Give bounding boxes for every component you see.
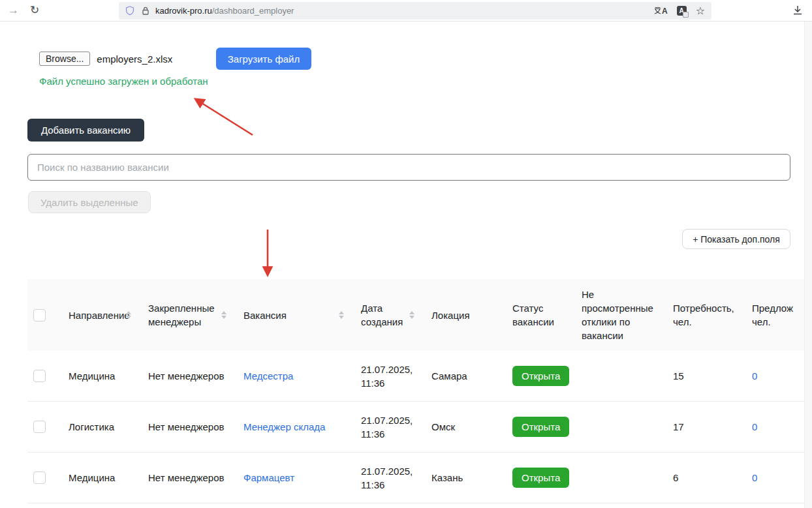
vacancy-search-input[interactable]: [27, 154, 790, 181]
bookmark-star-icon[interactable]: ☆: [696, 6, 705, 16]
row-checkbox[interactable]: [33, 471, 46, 484]
column-header-vacancy[interactable]: Вакансия: [236, 308, 353, 322]
created-time: 11:36: [361, 478, 424, 492]
column-label: Локация: [431, 308, 505, 322]
managers-cell: Нет менеджеров: [140, 369, 236, 383]
direction-cell: Медицина: [61, 369, 140, 383]
offer-link[interactable]: 0: [752, 472, 757, 483]
column-label: Потребность,: [673, 301, 744, 315]
status-badge[interactable]: Открыта: [512, 366, 569, 386]
created-date: 21.07.2025,: [361, 464, 424, 478]
sort-icon[interactable]: [409, 311, 414, 319]
vacancies-table: Направление Закрепленные менеджеры Вакан…: [27, 279, 812, 503]
browse-button[interactable]: Browse...: [39, 52, 90, 66]
column-label: вакансии: [512, 315, 574, 329]
status-badge[interactable]: Открыта: [512, 468, 569, 488]
column-label: просмотренные: [582, 301, 665, 315]
url-path: /dashboard_employer: [212, 6, 294, 16]
column-header-status: Статус вакансии: [505, 301, 574, 329]
show-extra-fields-button[interactable]: + Показать доп.поля: [682, 229, 790, 249]
url-host: kadrovik-pro.ru: [155, 6, 212, 16]
need-cell: 15: [665, 369, 744, 383]
column-label: Статус: [512, 301, 574, 315]
column-header-unviewed-responses: Не просмотренные отклики по вакансии: [574, 288, 665, 342]
page-translate-sub-icon: [683, 12, 689, 18]
need-cell: 6: [665, 471, 744, 485]
created-cell: 21.07.2025, 11:36: [353, 363, 424, 390]
reload-icon[interactable]: ↻: [30, 3, 39, 18]
add-vacancy-button[interactable]: Добавить вакансию: [27, 119, 144, 142]
location-cell: Омск: [424, 420, 505, 434]
direction-cell: Логистика: [61, 420, 140, 434]
upload-success-message: Файл успешно загружен и обработан: [39, 76, 208, 87]
sort-icon[interactable]: [339, 311, 344, 319]
delete-selected-button[interactable]: Удалить выделенные: [28, 191, 151, 213]
column-label: Вакансия: [243, 308, 353, 322]
column-label: Не: [582, 288, 665, 301]
created-cell: 21.07.2025, 11:36: [353, 464, 424, 492]
column-label: чел.: [752, 315, 812, 329]
column-header-location: Локация: [424, 308, 505, 322]
managers-cell: Нет менеджеров: [140, 471, 236, 485]
column-label: отклики по: [582, 315, 665, 329]
file-upload-row: Browse... employers_2.xlsx: [39, 48, 172, 70]
offer-link[interactable]: 0: [752, 421, 757, 432]
created-time: 11:36: [361, 427, 424, 441]
offer-link[interactable]: 0: [752, 370, 757, 381]
https-lock-icon[interactable]: [141, 6, 150, 16]
forward-icon[interactable]: →: [8, 3, 19, 18]
select-all-checkbox[interactable]: [33, 309, 46, 321]
selected-filename: employers_2.xlsx: [97, 53, 172, 65]
location-cell: Казань: [424, 471, 505, 485]
table-header-row: Направление Закрепленные менеджеры Вакан…: [27, 279, 812, 351]
vacancy-link[interactable]: Медсестра: [243, 370, 293, 381]
vacancy-link[interactable]: Менеджер склада: [243, 421, 325, 432]
annotation-arrow-to-table: [259, 227, 276, 287]
column-header-need: Потребность, чел.: [665, 301, 744, 329]
upload-file-button[interactable]: Загрузить файл: [216, 48, 311, 70]
created-time: 11:36: [361, 376, 424, 390]
need-cell: 17: [665, 420, 744, 434]
column-header-offer: Предлож чел.: [744, 301, 812, 329]
url-text: kadrovik-pro.ru/dashboard_employer: [155, 6, 294, 16]
sort-icon[interactable]: [221, 311, 226, 319]
table-row: Медицина Нет менеджеров Фармацевт 21.07.…: [27, 453, 812, 503]
column-header-direction[interactable]: Направление: [61, 308, 140, 322]
browser-window: → ↻ kadrovik-pro.ru/dashboard_employer A…: [0, 0, 812, 508]
created-date: 21.07.2025,: [361, 413, 424, 427]
status-badge[interactable]: Открыта: [512, 417, 569, 437]
sort-icon[interactable]: [126, 311, 131, 319]
tracking-protection-shield-icon[interactable]: [125, 6, 134, 16]
browser-toolbar: → ↻ kadrovik-pro.ru/dashboard_employer A…: [0, 0, 812, 22]
created-cell: 21.07.2025, 11:36: [353, 413, 424, 441]
row-checkbox[interactable]: [33, 370, 46, 382]
page-scrollbar[interactable]: [804, 22, 812, 508]
column-header-managers[interactable]: Закрепленные менеджеры: [140, 301, 236, 329]
table-row: Медицина Нет менеджеров Медсестра 21.07.…: [27, 351, 812, 402]
column-label: Предлож: [752, 301, 812, 315]
created-date: 21.07.2025,: [361, 363, 424, 376]
row-checkbox[interactable]: [33, 421, 46, 433]
column-label: чел.: [673, 315, 744, 329]
page-translate-icon[interactable]: A: [677, 6, 687, 16]
url-bar[interactable]: kadrovik-pro.ru/dashboard_employer A A ☆: [119, 2, 711, 20]
vacancy-link[interactable]: Фармацевт: [243, 472, 294, 483]
direction-cell: Медицина: [61, 471, 140, 485]
column-header-created[interactable]: Дата создания: [353, 301, 424, 329]
table-row: Логистика Нет менеджеров Менеджер склада…: [27, 402, 812, 453]
download-icon[interactable]: [792, 5, 804, 16]
managers-cell: Нет менеджеров: [140, 420, 236, 434]
location-cell: Самара: [424, 369, 505, 383]
annotation-arrow-to-success-message: [186, 91, 259, 140]
translate-icon[interactable]: A: [654, 7, 668, 16]
column-label: вакансии: [582, 329, 665, 342]
